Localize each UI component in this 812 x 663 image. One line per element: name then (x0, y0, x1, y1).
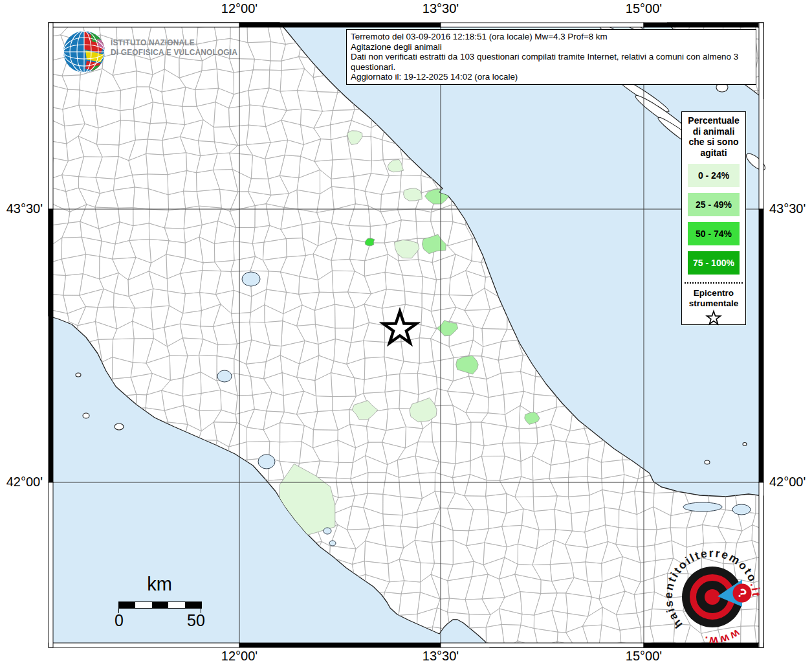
map-frame-segment (759, 23, 763, 209)
scalebar-seg (135, 602, 151, 608)
info-line-source: Dati non verificati estratti da 103 ques… (351, 52, 752, 72)
island (743, 443, 747, 446)
scalebar-end: 50 (185, 611, 207, 630)
lake (329, 541, 336, 546)
scalebar-unit: km (118, 574, 201, 595)
epicenter-star-icon (705, 309, 723, 326)
map-frame-segment (49, 23, 239, 27)
watermark-ring-prefix: www. (702, 627, 743, 647)
map-frame-segment (49, 643, 239, 647)
legend-epicenter-label: Epicentro strumentale (684, 288, 743, 309)
map-frame-segment (49, 23, 53, 209)
map-frame-segment (239, 643, 441, 647)
scalebar (118, 601, 202, 609)
legend-class-0-24: 0 - 24% (688, 164, 740, 187)
ingv-logo: ISTITUTO NAZIONALE DI GEOFISICA E VULCAN… (62, 30, 244, 74)
legend-class-25-49: 25 - 49% (688, 193, 740, 216)
map-frame-segment (644, 23, 758, 27)
lon-label-bottom-12: 12°00' (221, 649, 258, 663)
haisentito-watermark-logo: ? haisentitoilterremoto.it www. (657, 544, 767, 651)
island (115, 423, 124, 430)
legend-class-50-74: 50 - 74% (688, 222, 740, 245)
scalebar-seg (119, 602, 135, 608)
shaded-municipality-level-1 (404, 188, 422, 201)
lon-label-top-12: 12°00' (221, 1, 258, 16)
lat-label-right-42: 42°00' (769, 475, 806, 489)
island (76, 373, 81, 377)
legend-divider (685, 282, 743, 284)
scalebar-seg (185, 602, 201, 608)
svg-text:www.: www. (702, 627, 743, 647)
ingv-logo-text: ISTITUTO NAZIONALE DI GEOFISICA E VULCAN… (111, 38, 237, 58)
legend: Percentuale di animali che si sono agita… (681, 111, 746, 325)
legend-class-75-100: 75 - 100% (688, 251, 740, 275)
ingv-globe-icon (62, 30, 106, 74)
ingv-line2: DI GEOFISICA E VULCANOLOGIA (111, 48, 237, 58)
ingv-line1: ISTITUTO NAZIONALE (111, 38, 237, 48)
scalebar-start: 0 (113, 611, 126, 630)
lake (217, 370, 232, 382)
info-line-subject: Agitazione degli animali (351, 42, 752, 52)
map-frame-segment (441, 23, 644, 27)
legend-title: Percentuale di animali che si sono agita… (684, 115, 743, 158)
lat-label-right-4330: 43°30' (769, 201, 806, 216)
map-frame-segment (441, 643, 644, 647)
map-frame-segment (239, 23, 441, 27)
map-frame-segment (759, 209, 763, 482)
scalebar-seg (168, 602, 184, 608)
lat-label-left-42: 42°00' (0, 475, 43, 489)
lake (683, 502, 722, 511)
lake (258, 455, 275, 469)
lake (324, 528, 331, 534)
island (83, 413, 89, 418)
lat-label-left-4330: 43°30' (0, 201, 43, 216)
map-frame-segment (49, 209, 53, 482)
lake (242, 272, 260, 286)
info-line-event: Terremoto del 03-09-2016 12:18:51 (ora l… (351, 32, 752, 42)
lon-label-bottom-1330: 13°30' (422, 649, 459, 663)
earthquake-info-box: Terremoto del 03-09-2016 12:18:51 (ora l… (346, 29, 756, 85)
lon-label-top-1330: 13°30' (422, 1, 459, 16)
lon-label-bottom-15: 15°00' (626, 649, 662, 663)
lon-label-top-15: 15°00' (626, 1, 662, 16)
map-frame-segment (49, 482, 53, 647)
map-screenshot: 12°00' 13°30' 15°00' 12°00' 13°30' 15°00… (0, 0, 812, 663)
info-line-updated: Aggiornato il: 19-12-2025 14:02 (ora loc… (351, 72, 752, 82)
target-center-dot (705, 589, 720, 605)
lake (732, 504, 751, 515)
scalebar-seg (152, 602, 168, 608)
island (705, 460, 710, 464)
